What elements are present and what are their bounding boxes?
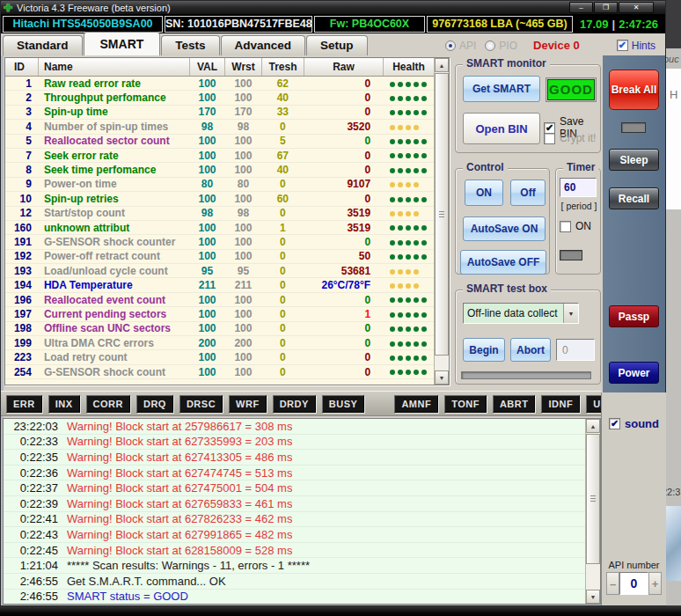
api-radio[interactable]: [445, 40, 456, 51]
smart-row[interactable]: 4Number of spin-up times989803520: [5, 120, 434, 134]
column-header-wrst[interactable]: Wrst: [225, 58, 262, 76]
log-row[interactable]: 0:22:33Warning! Block start at 627335993…: [4, 435, 585, 451]
smart-row[interactable]: 1Raw read error rate100100620: [5, 77, 434, 91]
smart-row[interactable]: 194HDA Temperature211211026°C/78°F: [5, 278, 434, 292]
health-dot-icon: [390, 356, 395, 361]
log-row[interactable]: 0:22:45Warning! Block start at 628158009…: [4, 543, 585, 559]
log-row[interactable]: 2:46:55SMART status = GOOD: [4, 590, 585, 605]
log-row[interactable]: 0:22:43Warning! Block start at 627991865…: [4, 527, 585, 543]
smart-row[interactable]: 254G-SENSOR shock count10010000: [5, 365, 434, 379]
smart-row[interactable]: 10Spin-up retries100100600: [5, 192, 434, 206]
log-row[interactable]: 1:21:04***** Scan results: Warnings - 11…: [4, 558, 585, 574]
health-dot-icon: [398, 82, 403, 87]
smart-row[interactable]: 223Load retry count10010000: [5, 350, 434, 364]
sound-checkbox[interactable]: ✔ sound: [609, 417, 659, 430]
drive-capacity: 976773168 LBA (~465 GB): [427, 16, 573, 33]
break-all-button[interactable]: Break All: [609, 70, 659, 110]
smart-row[interactable]: 197Current pending sectors10010001: [5, 307, 434, 321]
smart-row[interactable]: 191G-SENSOR shock counter10010000: [5, 235, 434, 249]
autosave-off-button[interactable]: AutoSave OFF: [460, 250, 546, 275]
power-button[interactable]: Power: [609, 362, 659, 384]
smart-row[interactable]: 192Power-off retract count100100050: [5, 250, 434, 264]
smart-row[interactable]: 5Reallocated sector count10010050: [5, 135, 434, 149]
tab-standard[interactable]: Standard: [3, 35, 83, 55]
smart-row[interactable]: 196Reallocated event count10010000: [5, 293, 434, 307]
smart-row[interactable]: 3Spin-up time170170330: [5, 106, 434, 120]
table-scrollbar[interactable]: ▲ ▼: [434, 58, 449, 385]
attr-id: 196: [5, 294, 39, 306]
attr-threshold: 0: [261, 294, 304, 306]
minimize-button[interactable]: –: [569, 2, 593, 13]
smart-row[interactable]: 7Seek error rate100100670: [5, 149, 434, 163]
get-smart-button[interactable]: Get SMART: [463, 76, 540, 102]
log-scrollbar[interactable]: ▲ ▼: [585, 419, 600, 604]
smart-row[interactable]: 8Seek time perfomance100100400: [5, 163, 434, 177]
on-button[interactable]: ON: [465, 180, 503, 206]
smart-row[interactable]: 199Ultra DMA CRC errors20020000: [5, 336, 434, 350]
tab-smart[interactable]: SMART: [84, 32, 161, 55]
log-row[interactable]: 0:22:37Warning! Block start at 627475001…: [4, 480, 585, 496]
timer-led: [560, 250, 582, 260]
smart-row[interactable]: 160unknown attribut10010013519: [5, 221, 434, 235]
attr-health: [383, 236, 434, 248]
smart-row[interactable]: 198Offline scan UNC sectors10010000: [5, 322, 434, 336]
attr-worst: 100: [224, 322, 261, 334]
log-row[interactable]: 23:22:03Warning! Block start at 25798661…: [4, 419, 585, 435]
dropdown-arrow-icon[interactable]: ▼: [563, 304, 578, 323]
log-row[interactable]: 0:22:41Warning! Block start at 627826233…: [4, 512, 585, 528]
log-timestamp: 1:21:04: [4, 559, 67, 572]
scroll-down-icon[interactable]: ▼: [586, 590, 600, 604]
column-header-name[interactable]: Name: [39, 58, 190, 76]
recall-button[interactable]: Recall: [609, 187, 659, 209]
pio-radio[interactable]: [485, 40, 495, 51]
title-bar[interactable]: ✚ Victoria 4.3 Freeware (beta version) –…: [1, 1, 665, 14]
column-header-raw[interactable]: Raw: [304, 58, 384, 76]
timer-period-input[interactable]: 60: [560, 178, 597, 197]
tab-setup[interactable]: Setup: [306, 35, 368, 55]
smart-row[interactable]: 9Power-on time808009107: [5, 178, 434, 192]
attr-id: 8: [5, 164, 39, 176]
begin-button[interactable]: Begin: [463, 338, 505, 362]
smart-row[interactable]: 12Start/stop count989803519: [5, 207, 434, 221]
sleep-button[interactable]: Sleep: [609, 149, 659, 171]
restore-button[interactable]: ❐: [594, 2, 618, 13]
log-row[interactable]: 0:22:39Warning! Block start at 627659833…: [4, 496, 585, 512]
api-plus-button[interactable]: +: [648, 572, 662, 595]
scroll-up-icon[interactable]: ▲: [435, 58, 449, 72]
abort-button[interactable]: Abort: [510, 338, 551, 362]
tab-advanced[interactable]: Advanced: [221, 35, 306, 55]
attr-threshold: 0: [261, 207, 304, 219]
test-select-dropdown[interactable]: Off-line data collect ▼: [463, 303, 579, 324]
timer-on-checkbox[interactable]: ON: [560, 220, 591, 232]
off-button[interactable]: Off: [510, 180, 546, 206]
smart-row[interactable]: 193Load/unload cycle count9595053681: [5, 264, 434, 278]
health-dot-icon: [406, 356, 411, 361]
scroll-down-icon[interactable]: ▼: [435, 370, 449, 385]
smart-row[interactable]: 2Throughput perfomance100100400: [5, 91, 434, 105]
attr-name: Seek error rate: [39, 150, 190, 162]
open-bin-button[interactable]: Open BIN: [463, 113, 540, 144]
tab-strip: StandardSMARTTestsAdvancedSetup: [3, 32, 369, 55]
scroll-up-icon[interactable]: ▲: [586, 419, 600, 433]
hints-checkbox[interactable]: ✔ Hints: [617, 40, 655, 52]
log-row[interactable]: 0:22:35Warning! Block start at 627413305…: [4, 450, 585, 466]
column-header-health[interactable]: Health: [384, 58, 435, 76]
health-dot-icon: [414, 326, 419, 332]
column-header-tresh[interactable]: Tresh: [262, 58, 304, 76]
log-scrollbar-thumb[interactable]: [586, 434, 600, 564]
column-header-id[interactable]: ID: [5, 58, 39, 76]
attr-health: [383, 92, 434, 104]
crypt-it-checkbox[interactable]: Crypt it!: [544, 132, 596, 144]
tab-tests[interactable]: Tests: [161, 35, 219, 55]
table-scrollbar-thumb[interactable]: [435, 73, 449, 356]
attr-threshold: 0: [261, 308, 304, 320]
log-row[interactable]: 2:46:55Get S.M.A.R.T. command... OK: [4, 574, 585, 590]
log-row[interactable]: 0:22:36Warning! Block start at 627474745…: [4, 466, 585, 481]
api-minus-button[interactable]: –: [606, 572, 619, 595]
close-button[interactable]: ✕: [619, 2, 654, 13]
autosave-on-button[interactable]: AutoSave ON: [463, 216, 546, 241]
column-header-val[interactable]: VAL: [190, 58, 225, 76]
attr-threshold: 33: [261, 106, 304, 118]
test-counter-field[interactable]: 0: [556, 339, 595, 361]
passp-button[interactable]: Passp: [609, 305, 659, 327]
